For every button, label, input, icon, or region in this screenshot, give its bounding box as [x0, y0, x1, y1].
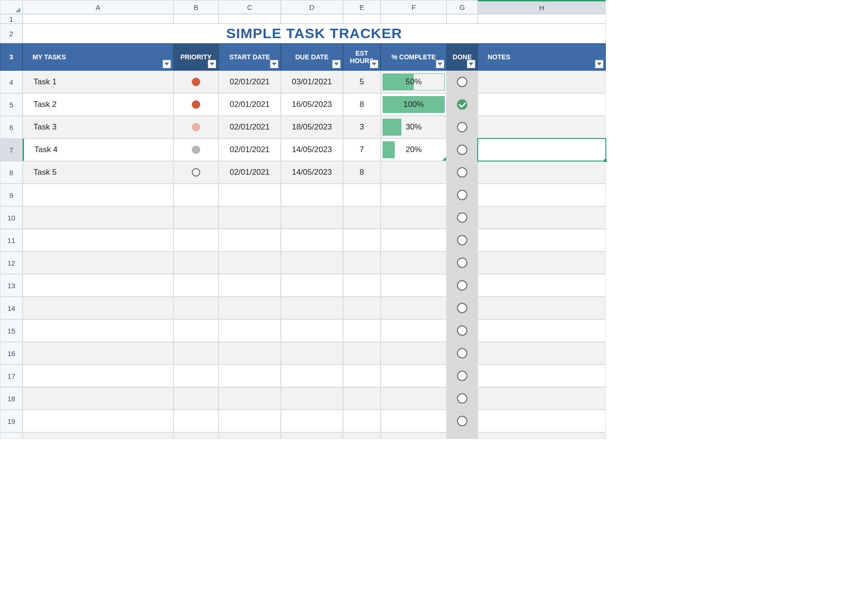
cell-notes[interactable] — [478, 342, 606, 365]
col-header-B[interactable]: B — [173, 0, 219, 14]
filter-icon[interactable] — [370, 60, 378, 68]
cell-start-date[interactable] — [219, 184, 281, 206]
cell-priority[interactable] — [173, 93, 219, 116]
row-header-12[interactable]: 12 — [0, 251, 23, 274]
cell-C20[interactable] — [219, 432, 281, 439]
cell-done[interactable] — [447, 116, 478, 138]
cell-start-date[interactable] — [219, 297, 281, 319]
cell-G1[interactable] — [447, 14, 478, 24]
title-cell[interactable]: SIMPLE TASK TRACKER — [23, 24, 606, 43]
cell-C1[interactable] — [219, 14, 281, 24]
cell-priority[interactable] — [173, 71, 219, 93]
cell-notes[interactable] — [478, 319, 606, 342]
row-header-1[interactable]: 1 — [0, 14, 23, 24]
cell-est-hours[interactable]: 5 — [343, 71, 381, 93]
cell-notes[interactable] — [478, 161, 606, 184]
cell-priority[interactable] — [173, 184, 219, 206]
cell-notes[interactable] — [478, 297, 606, 319]
cell-est-hours[interactable] — [343, 184, 381, 206]
cell-notes[interactable] — [478, 365, 606, 387]
row-header-9[interactable]: 9 — [0, 184, 23, 206]
cell-priority[interactable] — [173, 297, 219, 319]
cell-start-date[interactable] — [219, 274, 281, 297]
cell-task-name[interactable] — [23, 342, 173, 365]
row-header-6[interactable]: 6 — [0, 116, 23, 138]
col-header-D[interactable]: D — [281, 0, 343, 14]
cell-due-date[interactable] — [281, 342, 343, 365]
cell-due-date[interactable] — [281, 297, 343, 319]
cell-E1[interactable] — [343, 14, 381, 24]
cell-priority[interactable] — [173, 410, 219, 432]
cell-due-date[interactable]: 14/05/2023 — [281, 161, 343, 184]
cell-due-date[interactable] — [281, 365, 343, 387]
cell-task-name[interactable] — [23, 297, 173, 319]
cell-est-hours[interactable] — [343, 274, 381, 297]
cell-pct-complete[interactable] — [381, 342, 447, 365]
cell-est-hours[interactable] — [343, 342, 381, 365]
cell-done[interactable] — [447, 93, 478, 116]
cell-due-date[interactable] — [281, 206, 343, 229]
header-due[interactable]: DUE DATE — [281, 43, 343, 71]
cell-pct-complete[interactable] — [381, 274, 447, 297]
cell-start-date[interactable] — [219, 365, 281, 387]
filter-icon[interactable] — [270, 60, 278, 68]
cell-priority[interactable] — [173, 116, 219, 138]
cell-notes[interactable] — [478, 206, 606, 229]
cell-due-date[interactable] — [281, 251, 343, 274]
cell-due-date[interactable] — [281, 410, 343, 432]
col-header-H[interactable]: H — [478, 0, 606, 14]
cell-start-date[interactable] — [219, 387, 281, 410]
cell-start-date[interactable] — [219, 251, 281, 274]
cell-task-name[interactable] — [23, 251, 173, 274]
col-header-E[interactable]: E — [343, 0, 381, 14]
cell-task-name[interactable]: Task 1 — [23, 71, 173, 93]
cell-est-hours[interactable] — [343, 229, 381, 251]
cell-done[interactable] — [447, 138, 478, 161]
cell-pct-complete[interactable] — [381, 229, 447, 251]
cell-due-date[interactable] — [281, 274, 343, 297]
row-header-10[interactable]: 10 — [0, 206, 23, 229]
header-start[interactable]: START DATE — [219, 43, 281, 71]
cell-est-hours[interactable]: 7 — [343, 138, 381, 161]
cell-pct-complete[interactable] — [381, 410, 447, 432]
row-header-3[interactable]: 3 — [0, 43, 23, 71]
cell-pct-complete[interactable] — [381, 319, 447, 342]
cell-done[interactable] — [447, 297, 478, 319]
cell-est-hours[interactable]: 3 — [343, 116, 381, 138]
cell-due-date[interactable] — [281, 387, 343, 410]
row-header-15[interactable]: 15 — [0, 319, 23, 342]
cell-est-hours[interactable] — [343, 319, 381, 342]
row-header-5[interactable]: 5 — [0, 93, 23, 116]
cell-due-date[interactable]: 14/05/2023 — [281, 138, 343, 161]
cell-pct-complete[interactable] — [381, 365, 447, 387]
cell-B20[interactable] — [173, 432, 219, 439]
row-header-19[interactable]: 19 — [0, 410, 23, 432]
cell-start-date[interactable]: 02/01/2021 — [219, 161, 281, 184]
cell-done[interactable] — [447, 274, 478, 297]
cell-B1[interactable] — [173, 14, 219, 24]
cell-due-date[interactable] — [281, 184, 343, 206]
header-tasks[interactable]: MY TASKS — [23, 43, 173, 71]
filter-icon[interactable] — [163, 60, 171, 68]
cell-task-name[interactable] — [23, 365, 173, 387]
cell-priority[interactable] — [173, 319, 219, 342]
col-header-C[interactable]: C — [219, 0, 281, 14]
cell-priority[interactable] — [173, 387, 219, 410]
cell-A20[interactable] — [23, 432, 173, 439]
filter-icon[interactable] — [208, 60, 216, 68]
cell-done[interactable] — [447, 184, 478, 206]
cell-priority[interactable] — [173, 206, 219, 229]
cell-task-name[interactable] — [23, 410, 173, 432]
cell-start-date[interactable] — [219, 229, 281, 251]
row-header-18[interactable]: 18 — [0, 387, 23, 410]
cell-priority[interactable] — [173, 138, 219, 161]
row-header-14[interactable]: 14 — [0, 297, 23, 319]
cell-E20[interactable] — [343, 432, 381, 439]
row-header-2[interactable]: 2 — [0, 24, 23, 43]
cell-pct-complete[interactable]: 50% — [381, 71, 447, 93]
cell-done[interactable] — [447, 229, 478, 251]
cell-est-hours[interactable]: 8 — [343, 161, 381, 184]
cell-pct-complete[interactable]: 20% — [381, 138, 447, 161]
cell-task-name[interactable] — [23, 206, 173, 229]
row-header-16[interactable]: 16 — [0, 342, 23, 365]
